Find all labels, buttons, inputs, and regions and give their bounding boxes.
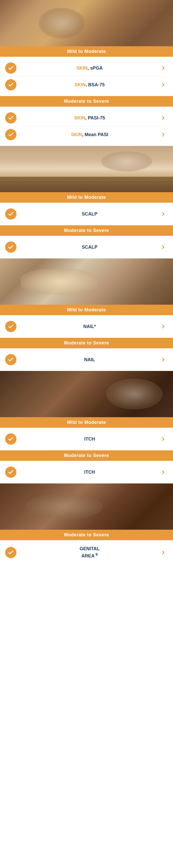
check-circle-icon — [5, 129, 17, 140]
chevron-right-icon[interactable] — [158, 243, 168, 252]
item-label: SCALP — [21, 245, 158, 250]
skin-photo — [0, 0, 173, 46]
chevron-right-icon[interactable] — [158, 322, 168, 331]
list-item[interactable]: SCALP — [5, 239, 168, 255]
list-item[interactable]: SKIN, PASI-75 — [5, 110, 168, 126]
chevron-right-icon[interactable] — [158, 113, 168, 123]
severity-banner-nail-mild-to-moderate: Mild to Moderate — [0, 305, 173, 315]
item-label: SKIN, BSA-75 — [21, 82, 158, 88]
scalp-photo — [0, 146, 173, 192]
itch-photo — [0, 371, 173, 417]
chevron-right-icon[interactable] — [158, 434, 168, 444]
items-container-nail: NAIL* — [0, 315, 173, 338]
item-label: ITCH — [21, 436, 158, 442]
check-circle-icon — [5, 79, 17, 90]
item-label: NAIL — [21, 357, 158, 363]
check-circle-icon — [5, 208, 17, 220]
nail-photo — [0, 258, 173, 305]
items-container-itch: ITCH — [0, 428, 173, 450]
severity-banner-skin-mild-to-moderate: Mild to Moderate — [0, 46, 173, 57]
severity-banner-skin-moderate-to-severe: Moderate to Severe — [0, 96, 173, 106]
item-label: NAIL* — [21, 324, 158, 329]
check-circle-icon — [5, 547, 17, 558]
chevron-right-icon[interactable] — [158, 355, 168, 364]
severity-banner-scalp-mild-to-moderate: Mild to Moderate — [0, 192, 173, 203]
items-container-skin: SKIN, sPGA SKIN, BSA-75 — [0, 57, 173, 96]
items-container-scalp: SCALP — [0, 236, 173, 258]
chevron-right-icon[interactable] — [158, 80, 168, 89]
image-nail — [0, 258, 173, 305]
severity-banner-nail-moderate-to-severe: Moderate to Severe — [0, 338, 173, 348]
chevron-right-icon[interactable] — [158, 63, 168, 73]
item-label: ITCH — [21, 470, 158, 475]
check-circle-icon — [5, 466, 17, 478]
items-container-genital: GENITALAREA 6 — [0, 540, 173, 565]
severity-banner-itch-moderate-to-severe: Moderate to Severe — [0, 450, 173, 461]
list-item[interactable]: SKIN, sPGA — [5, 60, 168, 76]
item-label: GENITALAREA 6 — [21, 546, 158, 559]
list-item[interactable]: SKIN, Mean PASI — [5, 126, 168, 143]
check-circle-icon — [5, 433, 17, 445]
chevron-right-icon[interactable] — [158, 130, 168, 139]
severity-banner-itch-mild-to-moderate: Mild to Moderate — [0, 417, 173, 428]
chevron-right-icon[interactable] — [158, 467, 168, 477]
chevron-right-icon[interactable] — [158, 209, 168, 219]
genital-photo — [0, 484, 173, 530]
item-label: SCALP — [21, 211, 158, 217]
severity-banner-scalp-moderate-to-severe: Moderate to Severe — [0, 225, 173, 236]
image-genital — [0, 484, 173, 530]
list-item[interactable]: NAIL — [5, 351, 168, 368]
items-container-skin: SKIN, PASI-75 SKIN, Mean PASI — [0, 106, 173, 146]
check-circle-icon — [5, 321, 17, 332]
check-circle-icon — [5, 242, 17, 253]
list-item[interactable]: SCALP — [5, 206, 168, 222]
severity-banner-genital-moderate-to-severe: Moderate to Severe — [0, 530, 173, 540]
list-item[interactable]: ITCH — [5, 431, 168, 447]
item-label: SKIN, Mean PASI — [21, 132, 158, 137]
list-item[interactable]: NAIL* — [5, 318, 168, 335]
list-item[interactable]: SKIN, BSA-75 — [5, 76, 168, 93]
check-circle-icon — [5, 62, 17, 74]
item-label: SKIN, sPGA — [21, 65, 158, 71]
check-circle-icon — [5, 112, 17, 124]
check-circle-icon — [5, 354, 17, 365]
image-itch — [0, 371, 173, 417]
list-item[interactable]: ITCH — [5, 464, 168, 480]
item-label: SKIN, PASI-75 — [21, 115, 158, 121]
items-container-scalp: SCALP — [0, 203, 173, 225]
list-item[interactable]: GENITALAREA 6 — [5, 543, 168, 562]
items-container-itch: ITCH — [0, 461, 173, 484]
items-container-nail: NAIL — [0, 348, 173, 371]
image-scalp — [0, 146, 173, 192]
chevron-right-icon[interactable] — [158, 548, 168, 557]
image-skin — [0, 0, 173, 46]
app-container: Mild to Moderate SKIN, sPGA SKIN, BSA-75… — [0, 0, 173, 565]
